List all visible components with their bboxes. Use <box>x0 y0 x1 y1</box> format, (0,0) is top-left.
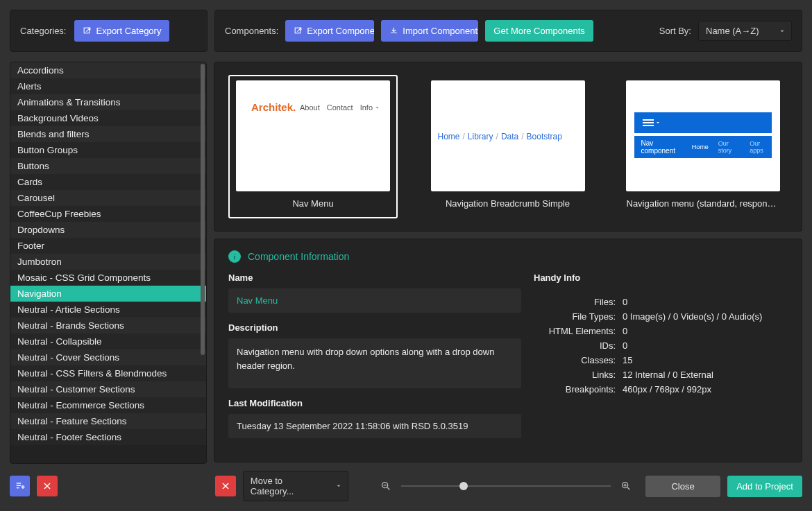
sidebar-item[interactable]: Neutral - CSS Filters & Blendmodes <box>10 365 206 381</box>
description-label: Description <box>228 322 521 333</box>
info-row: HTML Elements:0 <box>534 326 788 336</box>
sidebar-item[interactable]: Navigation <box>10 286 206 302</box>
zoom-in-icon[interactable] <box>620 480 632 492</box>
name-label: Name <box>228 272 521 283</box>
thumb-breadcrumb: Home/Library/Data/Bootstrap <box>438 132 562 141</box>
handy-info-label: Handy Info <box>534 272 788 283</box>
info-row: Classes:15 <box>534 355 788 365</box>
export-component-label: Export Component <box>307 26 374 36</box>
delete-component-button[interactable] <box>215 476 235 496</box>
category-list[interactable]: AccordionsAlertsAnimations & Transitions… <box>10 62 206 445</box>
component-caption: Navigation Breadcrumb Simple <box>446 198 570 209</box>
component-info-panel: i Component Information Name Nav Menu De… <box>214 239 802 462</box>
close-button-label: Close <box>671 481 694 492</box>
component-thumbnail: Nav component Home Our story Our apps <box>626 80 780 191</box>
component-card[interactable]: Home/Library/Data/Bootstrap Navigation B… <box>423 75 593 218</box>
sidebar-item[interactable]: Blends and filters <box>10 126 206 142</box>
sidebar-item[interactable]: Neutral - Customer Sections <box>10 381 206 397</box>
add-to-project-button[interactable]: Add to Project <box>727 476 802 497</box>
sidebar-item[interactable]: Neutral - Brands Sections <box>10 318 206 334</box>
sidebar-item[interactable]: Footer <box>10 238 206 254</box>
component-gallery-panel: Architek. About Contact Info Nav Menu Ho… <box>214 62 802 232</box>
sidebar-item[interactable]: Dropdowns <box>10 222 206 238</box>
chevron-down-icon <box>655 120 661 125</box>
sort-by-value: Name (A→Z) <box>706 26 759 36</box>
export-component-button[interactable]: Export Component <box>285 20 374 42</box>
sidebar-item[interactable]: Neutral - Collapsible <box>10 334 206 349</box>
import-components-button[interactable]: Import Components <box>381 20 478 42</box>
add-list-icon <box>15 480 26 492</box>
sidebar-item[interactable]: Button Groups <box>10 142 206 158</box>
add-category-button[interactable] <box>10 476 30 496</box>
info-row: IDs:0 <box>534 340 788 351</box>
chevron-down-icon <box>779 28 786 35</box>
thumb-brand: Architek. <box>251 101 296 113</box>
chevron-down-icon <box>335 483 342 490</box>
component-caption: Nav Menu <box>292 198 333 209</box>
move-to-category-select[interactable]: Move to Category... <box>243 471 348 501</box>
close-icon <box>42 481 52 491</box>
component-card[interactable]: Nav component Home Our story Our apps Na… <box>618 75 788 218</box>
slider-knob[interactable] <box>459 482 468 490</box>
export-icon <box>83 26 92 35</box>
sidebar-item[interactable]: Alerts <box>10 78 206 94</box>
export-category-button[interactable]: Export Category <box>74 20 169 42</box>
categories-label: Categories: <box>20 26 66 36</box>
sidebar-item[interactable]: Neutral - Feature Sections <box>10 413 206 429</box>
sort-by-select[interactable]: Name (A→Z) <box>698 21 792 41</box>
component-thumbnail: Architek. About Contact Info <box>236 80 390 191</box>
get-more-components-button[interactable]: Get More Components <box>485 20 593 42</box>
hamburger-icon <box>643 119 654 126</box>
close-icon <box>221 481 230 491</box>
thumb-menu: About Contact Info <box>300 103 380 112</box>
sidebar-item[interactable]: CoffeeCup Freebies <box>10 206 206 222</box>
category-list-panel: AccordionsAlertsAnimations & Transitions… <box>10 62 207 464</box>
component-thumbnail: Home/Library/Data/Bootstrap <box>431 80 585 191</box>
info-icon: i <box>228 250 241 263</box>
categories-header-panel: Categories: Export Category <box>10 10 208 52</box>
zoom-slider[interactable] <box>380 480 632 492</box>
scrollbar-handle[interactable] <box>201 64 205 355</box>
delete-category-button[interactable] <box>37 476 57 496</box>
last-modification-field: Tuesday 13 September 2022 11:58:06 with … <box>228 414 521 438</box>
import-components-label: Import Components <box>403 26 478 36</box>
close-button[interactable]: Close <box>645 476 720 497</box>
info-row: File Types:0 Image(s) / 0 Video(s) / 0 A… <box>534 311 788 322</box>
info-row: Links:12 Internal / 0 External <box>534 370 788 380</box>
info-section-title: Component Information <box>248 251 349 262</box>
sidebar-item[interactable]: Neutral - Article Sections <box>10 302 206 318</box>
sidebar-item[interactable]: Neutral - Ecommerce Sections <box>10 397 206 413</box>
sidebar-item[interactable]: Mosaic - CSS Grid Components <box>10 270 206 286</box>
sidebar-item[interactable]: Accordions <box>10 62 206 78</box>
component-caption: Navigation menu (standard, responsi… <box>627 198 779 209</box>
sidebar-item[interactable]: Jumbotron <box>10 254 206 270</box>
move-to-category-label: Move to Category... <box>251 476 294 496</box>
info-row: Breakpoints:460px / 768px / 992px <box>534 384 788 395</box>
name-field[interactable]: Nav Menu <box>228 288 521 313</box>
bottom-toolbar: Move to Category... Close Add to Project <box>0 464 812 511</box>
svg-rect-1 <box>295 28 301 33</box>
info-row: Files:0 <box>534 297 788 307</box>
sidebar-item[interactable]: Neutral - Cover Sections <box>10 349 206 365</box>
components-header-panel: Components: Export Component Import Comp… <box>214 10 802 52</box>
components-label: Components: <box>225 26 278 36</box>
svg-rect-0 <box>85 28 90 33</box>
handy-info-list: Files:0File Types:0 Image(s) / 0 Video(s… <box>534 297 788 395</box>
sidebar-item[interactable]: Buttons <box>10 158 206 174</box>
export-category-label: Export Category <box>96 26 161 36</box>
slider-track[interactable] <box>401 485 611 487</box>
sidebar-item[interactable]: Background Videos <box>10 110 206 126</box>
last-modification-label: Last Modification <box>228 398 521 408</box>
get-more-components-label: Get More Components <box>493 26 585 36</box>
sidebar-item[interactable]: Carousel <box>10 190 206 206</box>
add-to-project-label: Add to Project <box>736 481 793 492</box>
description-field[interactable]: Navigation menu with drop down options a… <box>228 338 521 388</box>
sidebar-item[interactable]: Neutral - Footer Sections <box>10 429 206 445</box>
zoom-out-icon[interactable] <box>380 480 391 492</box>
sidebar-item[interactable]: Cards <box>10 174 206 190</box>
import-icon <box>389 26 398 35</box>
export-icon <box>294 26 303 35</box>
component-card[interactable]: Architek. About Contact Info Nav Menu <box>228 75 398 218</box>
sort-by-label: Sort By: <box>659 26 691 36</box>
sidebar-item[interactable]: Animations & Transitions <box>10 94 206 110</box>
